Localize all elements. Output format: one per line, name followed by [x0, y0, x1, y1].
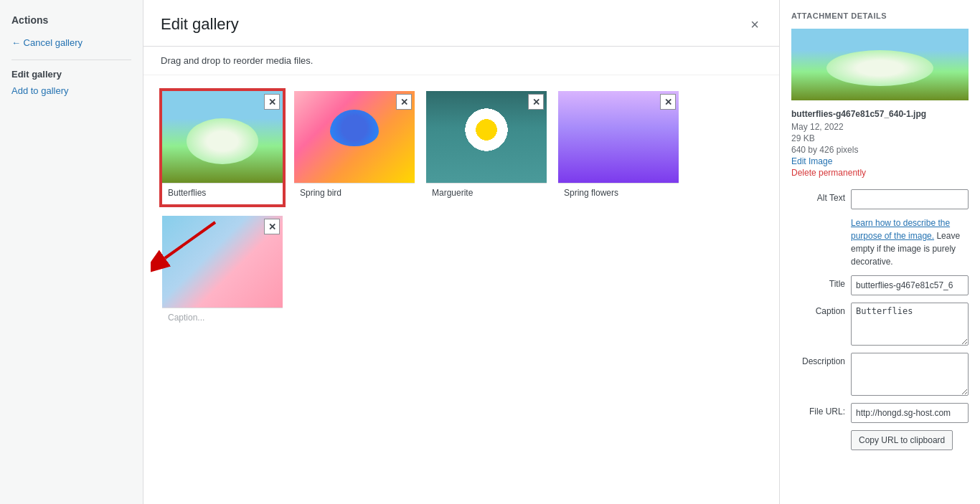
file-url-label: File URL:: [791, 403, 845, 417]
attachment-date: May 12, 2022: [791, 122, 969, 132]
alt-text-help: Learn how to describe the purpose of the…: [851, 217, 969, 268]
caption-textarea[interactable]: Butterflies: [851, 303, 969, 346]
remove-marguerite-button[interactable]: ✕: [528, 94, 544, 110]
caption-row: Caption Butterflies: [791, 303, 969, 346]
description-row: Description: [791, 353, 969, 396]
main-header: Edit gallery ×: [143, 0, 779, 47]
description-label: Description: [791, 353, 845, 366]
sidebar-divider: [11, 60, 131, 60]
gallery-item-spring-flowers[interactable]: ✕ Spring flowers: [557, 90, 680, 206]
add-to-gallery-link[interactable]: Add to gallery: [11, 85, 69, 96]
caption-label: Caption: [791, 303, 845, 316]
gallery-area: ✕ Butterflies ✕ Spring bird ✕ Marguerite: [143, 75, 779, 504]
gallery-item-marguerite[interactable]: ✕ Marguerite: [425, 90, 548, 206]
sidebar: Actions ← Cancel gallery Edit gallery Ad…: [0, 0, 143, 504]
gallery-item-cherry[interactable]: ✕ Caption...: [161, 214, 284, 331]
description-textarea[interactable]: [851, 353, 969, 396]
title-label: Title: [791, 275, 845, 289]
remove-cherry-button[interactable]: ✕: [264, 219, 280, 234]
edit-image-link[interactable]: Edit Image: [791, 156, 969, 166]
alt-text-input[interactable]: [851, 189, 969, 209]
gallery-caption-spring-flowers: Spring flowers: [558, 183, 679, 204]
edit-gallery-modal: Actions ← Cancel gallery Edit gallery Ad…: [0, 0, 980, 504]
gallery-caption-marguerite: Marguerite: [426, 183, 547, 204]
alt-text-row: Alt Text: [791, 189, 969, 209]
gallery-caption-spring-bird: Spring bird: [294, 183, 415, 204]
file-url-input[interactable]: [851, 403, 969, 423]
gallery-item-spring-bird[interactable]: ✕ Spring bird: [293, 90, 416, 206]
delete-permanently-link[interactable]: Delete permanently: [791, 168, 969, 178]
title-row: Title: [791, 275, 969, 295]
main-content: Edit gallery × Drag and drop to reorder …: [143, 0, 779, 504]
page-title: Edit gallery: [161, 15, 239, 34]
gallery-caption-butterflies: Butterflies: [162, 183, 283, 204]
attachment-thumbnail: [791, 29, 969, 100]
close-button[interactable]: ×: [748, 14, 762, 34]
attachment-filename: butterflies-g467e81c57_640-1.jpg: [791, 109, 969, 119]
gallery-caption-cherry: Caption...: [162, 308, 283, 329]
sidebar-actions-title: Actions: [11, 14, 131, 26]
alt-text-label: Alt Text: [791, 189, 845, 203]
sidebar-edit-gallery-title: Edit gallery: [11, 69, 131, 80]
title-input[interactable]: [851, 275, 969, 295]
gallery-item-butterflies[interactable]: ✕ Butterflies: [161, 90, 284, 206]
gallery-grid: ✕ Butterflies ✕ Spring bird ✕ Marguerite: [161, 90, 762, 331]
attachment-panel: ATTACHMENT DETAILS butterflies-g467e81c5…: [779, 0, 980, 504]
attachment-filesize: 29 KB: [791, 133, 969, 143]
attachment-section-title: ATTACHMENT DETAILS: [791, 11, 969, 20]
remove-spring-bird-button[interactable]: ✕: [396, 94, 412, 110]
copy-url-button[interactable]: Copy URL to clipboard: [851, 430, 953, 450]
drag-hint: Drag and drop to reorder media files.: [143, 47, 779, 75]
file-url-row: File URL:: [791, 403, 969, 423]
attachment-dimensions: 640 by 426 pixels: [791, 145, 969, 155]
remove-spring-flowers-button[interactable]: ✕: [660, 94, 676, 110]
remove-butterflies-button[interactable]: ✕: [264, 94, 280, 110]
cancel-gallery-link[interactable]: ← Cancel gallery: [11, 37, 131, 48]
